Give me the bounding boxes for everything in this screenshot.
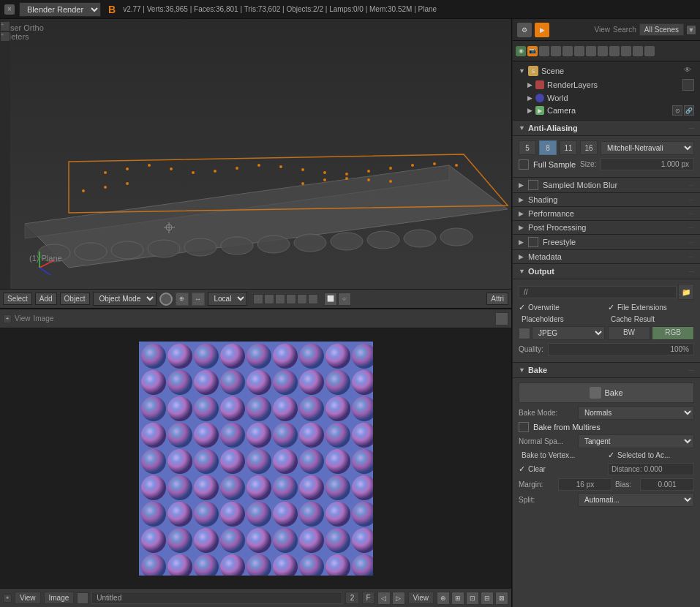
aa-btn-5[interactable]: 5 [519,140,536,155]
clear-checkbox[interactable]: ✓ [519,464,525,474]
zoom-btn-4[interactable]: ⊟ [481,592,494,605]
output-path-field[interactable]: // [519,286,677,298]
display-btn[interactable]: ⬜ [324,293,337,306]
props-arrow[interactable]: ▼ [687,26,696,34]
prop-icon-11[interactable] [633,46,643,56]
search-btn[interactable]: Search [613,26,636,34]
view-menu-btn[interactable]: View [15,592,41,604]
filter-select[interactable]: Mitchell-Netravali [601,141,694,155]
all-scenes-btn[interactable]: All Scenes [639,23,684,36]
bias-field[interactable]: 0.001 [640,478,694,491]
freestyle-checkbox[interactable] [528,237,538,247]
shading-ball[interactable] [159,293,173,306]
object-mode-select[interactable]: Object Mode [93,292,157,306]
full-sample-checkbox[interactable] [519,159,529,170]
view-menu-props[interactable]: View [595,26,611,34]
overlay-btn-6[interactable] [308,294,318,304]
props-header-icon-2[interactable]: ▶ [535,23,549,37]
prop-icon-3[interactable] [539,46,549,56]
prop-icon-10[interactable] [621,46,631,56]
3d-viewport[interactable]: + + User Ortho Meters [0,19,512,308]
overlay-btn-1[interactable] [253,294,263,304]
post-processing-header[interactable]: ▶ Post Processing ··· [513,220,700,234]
bake-from-multires-checkbox[interactable] [519,422,529,432]
margin-field[interactable]: 16 px [558,478,612,491]
anti-aliasing-header[interactable]: ▼ Anti-Aliasing ··· [513,120,700,135]
prop-icon-9[interactable] [609,46,620,56]
world-tree-item[interactable]: ▶ World [513,92,700,104]
nav-btn-2[interactable]: ▷ [392,592,405,605]
size-field[interactable]: 1.000 px [601,158,694,170]
zoom-btn-2[interactable]: ⊞ [451,592,464,605]
frame-field[interactable]: 2 [345,592,360,604]
render-layers-edit-icon[interactable] [682,79,694,91]
zoom-btn-1[interactable]: ⊕ [437,592,450,605]
aa-btn-8[interactable]: 8 [539,140,557,155]
overlay-btn-2[interactable] [264,294,274,304]
prop-icon-6[interactable] [574,46,584,56]
image-menu[interactable]: Image [34,314,54,323]
selected-to-ac-checkbox[interactable]: ✓ [608,450,614,460]
prop-icon-4[interactable] [551,46,561,56]
prop-icon-12[interactable] [644,46,655,56]
select-btn[interactable]: Select [3,293,32,305]
prop-icon-7[interactable] [586,46,596,56]
add-btn[interactable]: Add [35,293,57,305]
bake-button[interactable]: Bake [519,382,694,403]
scene-tree-item[interactable]: ▼ S Scene 👁 [513,64,700,78]
freestyle-header[interactable]: ▶ Freestyle ··· [513,234,700,249]
output-header[interactable]: ▼ Output ··· [513,263,700,279]
split-select[interactable]: Automati... [578,493,694,507]
scene-icon[interactable]: ◉ [516,46,526,56]
sampled-motion-blur-header[interactable]: ▶ Sampled Motion Blur ··· [513,177,700,192]
render-btn[interactable]: ○ [338,293,351,306]
overlay-btn-3[interactable] [275,294,285,304]
camera-link-icon[interactable]: 🔗 [684,105,694,116]
render-icon-active[interactable]: 📷 [527,46,538,56]
close-button[interactable]: × [4,4,15,15]
rgb-btn[interactable]: RGB [652,326,694,340]
local-select[interactable]: Local [208,292,247,306]
render-engine-select[interactable]: Blender Render [19,2,101,17]
image-menu-btn[interactable]: Image [44,592,75,604]
image-name-field[interactable]: Untitled [91,592,342,604]
view-menu[interactable]: View [15,314,31,323]
overlay-btn-5[interactable] [297,294,307,304]
pivot-btn[interactable]: ⊕ [176,293,189,306]
image-bottom-tool[interactable]: + [3,594,12,603]
attri-btn[interactable]: Attri [486,293,508,305]
output-path-btn[interactable]: 📁 [678,284,694,300]
prop-icon-8[interactable] [598,46,608,56]
bw-btn[interactable]: BW [608,326,650,340]
file-extensions-checkbox[interactable]: ✓ [608,303,614,312]
view-label[interactable]: View [408,592,434,604]
nav-btn-1[interactable]: ◁ [377,592,391,605]
image-type-icon[interactable] [77,592,89,604]
normal-space-select[interactable]: Tangent [578,434,694,448]
scene-visibility-icon[interactable]: 👁 [684,66,694,76]
object-btn[interactable]: Object [60,293,90,305]
zoom-btn-3[interactable]: ⊡ [466,592,479,605]
aa-btn-11[interactable]: 11 [560,140,577,155]
metadata-header[interactable]: ▶ Metadata ··· [513,249,700,263]
camera-view-icon[interactable]: ⊙ [672,105,682,116]
quality-field[interactable]: 100% [548,343,694,355]
bake-header[interactable]: ▼ Bake ··· [513,362,700,377]
bake-mode-select[interactable]: Normals [578,406,694,420]
camera-tree-item[interactable]: ▶ ▶ Camera ⊙ 🔗 [513,104,700,117]
image-tool-1[interactable]: + [3,314,12,323]
performance-header[interactable]: ▶ Performance ··· [513,206,700,220]
smb-checkbox[interactable] [528,180,538,190]
props-header-icon-1[interactable]: ⚙ [517,23,532,37]
overlay-btn-4[interactable] [286,294,296,304]
distance-field[interactable]: Distance: 0.000 [608,463,694,475]
shading-header[interactable]: ▶ Shading ··· [513,192,700,206]
overwrite-checkbox[interactable]: ✓ [519,303,525,312]
format-select[interactable]: JPEG [532,326,605,340]
render-layers-item[interactable]: ▶ RenderLayers [513,78,700,92]
transform-btn[interactable]: ↔ [192,293,205,306]
zoom-btn-5[interactable]: ⊠ [495,592,508,605]
prop-icon-5[interactable] [562,46,573,56]
viewport-mini-btn-2[interactable]: + [1,32,10,41]
aa-btn-16[interactable]: 16 [580,140,598,155]
